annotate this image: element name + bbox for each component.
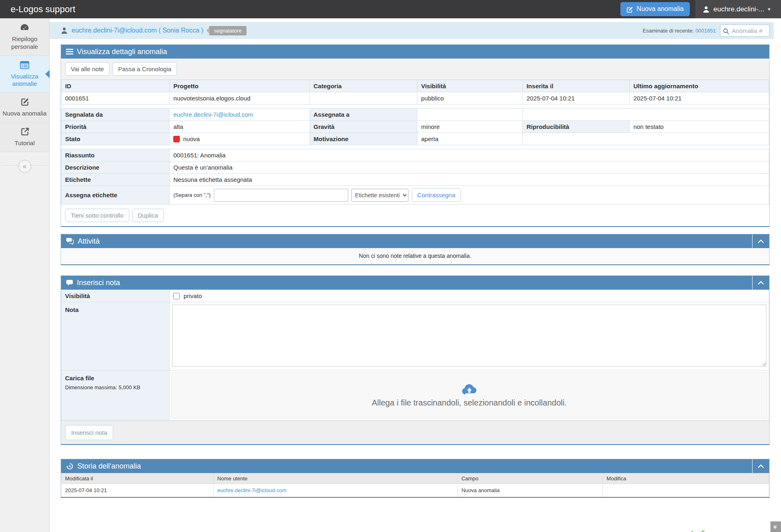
existing-tags-select[interactable]: Etichette esistenti bbox=[351, 189, 408, 202]
scroll-to-top-button[interactable]: » bbox=[770, 521, 781, 532]
bars-icon bbox=[66, 48, 73, 55]
user-profile-link[interactable]: euchre.declini-7i@icloud.com ( Sonia Roc… bbox=[72, 27, 203, 34]
history-col-change: Modifica bbox=[603, 473, 769, 484]
assign-tags-label: Assegna etichette bbox=[61, 186, 170, 205]
history-user-link[interactable]: euchre.declini-7i@icloud.com bbox=[217, 487, 286, 493]
history-change bbox=[603, 484, 769, 497]
monitor-button[interactable]: Tieni sotto controllo bbox=[65, 209, 129, 222]
history-col-date: Modificata il bbox=[61, 473, 214, 484]
add-note-table: Visibilità privato Nota bbox=[61, 290, 769, 421]
empty-cell bbox=[523, 109, 769, 121]
mantis-logo: mantis BUG TRACKER bbox=[691, 530, 759, 532]
active-item-arrow bbox=[45, 70, 50, 78]
collapse-history-button[interactable] bbox=[752, 459, 769, 473]
issue-description-table: Riassunto 0001651: Anomalia Descrizione … bbox=[61, 149, 769, 205]
user-menu-dropdown[interactable]: euchre.declini-... ▾ bbox=[696, 0, 781, 18]
summary-label: Riassunto bbox=[61, 149, 170, 161]
summary-value: 0001651: Anomalia bbox=[170, 149, 769, 161]
note-label: Nota bbox=[61, 302, 170, 371]
resolution-value: aperta bbox=[417, 133, 523, 145]
upload-label: Carica file bbox=[65, 375, 166, 382]
sidebar-item-label: Visualizza anomalie bbox=[11, 73, 38, 87]
add-note-header: Inserisci nota bbox=[61, 276, 769, 290]
current-user: euchre.declini-7i@icloud.com ( Sonia Roc… bbox=[61, 27, 203, 35]
assigned-to-label: Assegnata a bbox=[310, 109, 417, 121]
details-toolbar: Vai alle note Passa a Cronologia bbox=[61, 59, 769, 80]
jump-to-history-button[interactable]: Passa a Cronologia bbox=[112, 62, 177, 76]
table-spacer bbox=[61, 145, 769, 149]
note-visibility-cell: privato bbox=[170, 290, 769, 302]
sidebar-collapse-button[interactable]: « bbox=[18, 160, 31, 173]
history-header-row: Modificata il Nome utente Campo Modifica bbox=[61, 473, 769, 484]
history-title: Storia dell'anomalia bbox=[77, 462, 141, 471]
upload-cell: Allega i file trascinandoli, selezionand… bbox=[170, 371, 769, 421]
private-label: privato bbox=[183, 292, 202, 299]
status-color-swatch bbox=[173, 136, 180, 142]
attach-tag-button[interactable]: Contrassegna bbox=[412, 188, 461, 202]
sidebar-item-view-issues[interactable]: Visualizza anomalie bbox=[0, 56, 49, 93]
issue-details-title: Visualizza dettagli anomalia bbox=[77, 48, 167, 56]
description-value: Questa è un'anomalia bbox=[170, 161, 769, 174]
search-icon bbox=[723, 27, 729, 35]
priority-value: alta bbox=[170, 121, 310, 133]
history-header: Storia dell'anomalia bbox=[61, 459, 769, 473]
sidebar-toggle-row: « bbox=[0, 159, 49, 173]
add-note-title: Inserisci nota bbox=[77, 279, 120, 287]
issue-project: nuovotestsonia.elogos.cloud bbox=[170, 92, 310, 105]
col-project: Progetto bbox=[170, 80, 310, 92]
issue-people-table: Segnalata da euchre.declini-7i@icloud.co… bbox=[61, 108, 769, 145]
recent-issue-link[interactable]: 0001651 bbox=[695, 28, 716, 34]
activity-header: Attività bbox=[61, 234, 769, 248]
jump-to-notes-button[interactable]: Vai alle note bbox=[65, 62, 109, 76]
note-visibility-label: Visibilità bbox=[61, 290, 170, 302]
user-menu-label: euchre.declini-... bbox=[713, 5, 764, 13]
user-icon bbox=[702, 5, 710, 13]
sidebar-item-label: Tutorial bbox=[15, 140, 35, 146]
history-table: Modificata il Nome utente Campo Modifica… bbox=[61, 473, 769, 497]
add-note-footer: Inserisci nota bbox=[61, 421, 769, 444]
description-label: Descrizione bbox=[61, 161, 170, 174]
tag-separator-hint: (Separa con ",") bbox=[173, 192, 211, 198]
issue-updated: 2025-07-04 10:21 bbox=[630, 92, 769, 105]
sidebar-item-my-view[interactable]: Riepilogo personale bbox=[0, 18, 49, 56]
sidebar: Riepilogo personale Visualizza anomalie … bbox=[0, 18, 50, 532]
assigned-to-value bbox=[417, 109, 523, 121]
mantis-insect-icon bbox=[691, 530, 713, 532]
main-area: euchre.declini-7i@icloud.com ( Sonia Roc… bbox=[50, 18, 781, 532]
col-updated: Ultimo aggiornamento bbox=[630, 80, 769, 92]
note-textarea[interactable] bbox=[172, 305, 766, 366]
status-value: nuova bbox=[183, 135, 200, 142]
issue-id: 0001651 bbox=[61, 92, 170, 105]
collapse-add-note-button[interactable] bbox=[752, 276, 769, 290]
tag-input[interactable] bbox=[214, 189, 348, 202]
submit-note-button[interactable]: Inserisci nota bbox=[65, 425, 113, 440]
clone-button[interactable]: Duplica bbox=[132, 209, 164, 222]
sidebar-item-report-issue[interactable]: Nuova anomalia bbox=[0, 93, 49, 122]
issue-visibility: pubblico bbox=[417, 92, 523, 105]
severity-label: Gravità bbox=[310, 121, 417, 133]
reported-by-label: Segnalata da bbox=[61, 109, 170, 121]
history-field: Nuova anomalia bbox=[458, 484, 603, 497]
page-shell: Riepilogo personale Visualizza anomalie … bbox=[0, 18, 781, 532]
activity-title: Attività bbox=[78, 237, 100, 246]
collapse-activity-button[interactable] bbox=[752, 234, 769, 248]
reproducibility-value: non testato bbox=[630, 121, 769, 133]
chevron-down-icon: ▾ bbox=[768, 6, 770, 12]
reporter-link[interactable]: euchre.declini-7i@icloud.com bbox=[173, 111, 253, 118]
tags-value: Nessuna etichetta assegnata bbox=[170, 174, 769, 186]
top-navbar: e-Logos support Nuova anomalia euchre.de… bbox=[0, 0, 781, 18]
new-issue-label: Nuova anomalia bbox=[637, 5, 684, 13]
sidebar-item-tutorial[interactable]: Tutorial bbox=[0, 122, 49, 152]
new-issue-button[interactable]: Nuova anomalia bbox=[620, 2, 690, 16]
sidebar-item-label: Riepilogo personale bbox=[11, 35, 38, 50]
history-date: 2025-07-04 10:21 bbox=[61, 484, 214, 497]
mantis-logo-word: mantis bbox=[713, 530, 750, 532]
issue-search bbox=[720, 24, 770, 37]
file-dropzone[interactable]: Allega i file trascinandoli, selezionand… bbox=[171, 372, 767, 419]
history-panel: Storia dell'anomalia Modificata il Nome … bbox=[61, 459, 770, 498]
assign-tags-cell: (Separa con ",") Etichette esistenti Con… bbox=[170, 186, 769, 205]
col-id: ID bbox=[61, 80, 170, 92]
sidebar-item-label: Nuova anomalia bbox=[2, 110, 46, 117]
issue-summary-table: ID Progetto Categoria Visibilità Inserit… bbox=[61, 80, 769, 105]
private-checkbox[interactable] bbox=[173, 293, 180, 299]
